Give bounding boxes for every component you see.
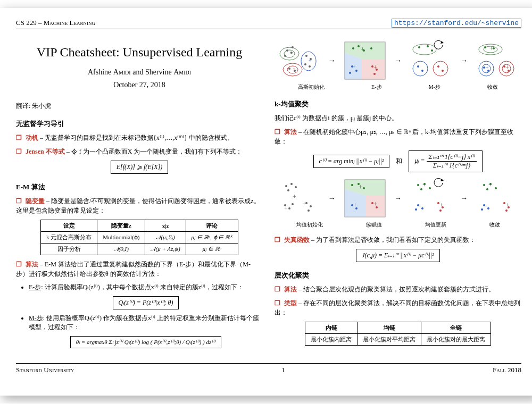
- jensen-formula: E[f(X)] ⩾ f(E[X]): [16, 161, 263, 174]
- svg-point-9: [305, 55, 307, 57]
- arrow-icon: →: [328, 194, 336, 203]
- svg-point-44: [442, 70, 444, 72]
- em-algo-keyword: 算法: [26, 261, 38, 268]
- kmeans-figure-captions: 均值初始化 簇赋值 均值更新 收敛: [275, 221, 521, 229]
- svg-point-38: [418, 46, 420, 48]
- fig-assign: + + +: [343, 178, 387, 219]
- svg-text:+: +: [289, 50, 293, 56]
- course-label: CS 229 – Machine Learning: [16, 19, 95, 28]
- kmeans-figure-row: + + + → +: [275, 178, 521, 219]
- svg-text:+: +: [505, 202, 509, 209]
- th-setting: 设定: [40, 220, 97, 232]
- svg-text:+: +: [418, 203, 422, 210]
- svg-text:+: +: [485, 64, 489, 71]
- svg-point-70: [307, 209, 310, 212]
- svg-point-7: [284, 55, 286, 57]
- footer-page: 1: [281, 366, 285, 374]
- distortion-entry: ❒ 失真函数 – 为了看到算法是否收敛，我们看看如下定义的失真函数：: [275, 235, 521, 245]
- th-comment: 评论: [186, 220, 238, 232]
- m-step-label: M-步: [29, 314, 43, 322]
- svg-text:+: +: [489, 45, 493, 52]
- svg-point-108: [481, 208, 483, 211]
- distortion-formula: J(c,μ) = Σᵢ₌₁ᵐ ||x⁽ⁱ⁾ − μc⁽ⁱ⁾||²: [275, 249, 521, 262]
- distortion-text: – 为了看到算法是否收敛，我们看看如下定义的失真函数：: [310, 236, 476, 244]
- e-step-text: : 计算后验概率Qᵢ(z⁽ⁱ⁾)，其中每个数据点x⁽ⁱ⁾ 来自特定的簇z⁽ⁱ⁾，…: [41, 283, 244, 291]
- section-em-heading: E-M 算法: [16, 182, 263, 192]
- fig-gauss-init: + + +: [277, 40, 321, 81]
- cap-converge: 收敛: [487, 83, 498, 91]
- svg-point-64: [287, 189, 289, 191]
- table-row: k 元混合高斯分布 Multinomial(ϕ) 𝒩(μⱼ,Σⱼ) μⱼ ∈ ℝ…: [40, 232, 238, 244]
- formula-box: J(c,μ) = Σᵢ₌₁ᵐ ||x⁽ⁱ⁾ − μc⁽ⁱ⁾||²: [356, 249, 439, 262]
- latent-table: 设定 隐变量z x|z 评论 k 元混合高斯分布 Multinomial(ϕ) …: [40, 220, 238, 255]
- two-column-body: VIP Cheatsheet: Unsupervised Learning Af…: [16, 35, 521, 353]
- fig-mean-update: + + +: [409, 178, 453, 219]
- em-algo-text: – E-M 算法给出了通过重复构建似然函数的下界（E-步）和最优化下界（M-步）…: [16, 261, 251, 278]
- svg-text:+: +: [309, 57, 312, 63]
- table-row: 因子分析 𝒩(0,I) 𝒩(μ + Λz,ψ) μⱼ ∈ ℝⁿ: [40, 244, 238, 255]
- source-url[interactable]: https://stanford.edu/~shervine: [392, 19, 521, 28]
- footer-bar: Stanford University 1 Fall 2018: [16, 363, 521, 374]
- cap-converge2: 收敛: [489, 221, 500, 229]
- left-column: VIP Cheatsheet: Unsupervised Learning Af…: [16, 35, 263, 353]
- page-title: VIP Cheatsheet: Unsupervised Learning: [16, 45, 263, 60]
- footer-left: Stanford University: [16, 366, 74, 374]
- e-step-formula: Qᵢ(z⁽ⁱ⁾) = P(z⁽ⁱ⁾|x⁽ⁱ⁾; θ): [113, 296, 179, 309]
- kmeans-algo-text: – 在随机初始化簇中心μ₁, μ₂, …, μₖ ∈ ℝⁿ 后，k-均值算法重复…: [275, 128, 513, 145]
- svg-point-42: [421, 70, 423, 72]
- bullet-icon: ❒: [16, 148, 22, 155]
- svg-point-94: [415, 208, 417, 211]
- hier-type-keyword: 类型: [284, 299, 297, 307]
- svg-text:+: +: [373, 200, 377, 208]
- bullet-icon: ❒: [16, 134, 22, 141]
- motive-keyword: 动机: [26, 134, 38, 141]
- th-inner: 内链: [305, 322, 358, 334]
- th-full: 全链: [421, 322, 491, 334]
- svg-point-39: [427, 45, 429, 47]
- svg-point-88: [417, 184, 419, 186]
- svg-point-5: [286, 49, 288, 52]
- svg-text:+: +: [505, 64, 509, 71]
- arrow-icon: →: [394, 194, 402, 203]
- svg-point-40: [431, 49, 433, 52]
- svg-text:+: +: [439, 202, 443, 209]
- em-figure-captions: 高斯初始化 E-步 M-步 收敛: [275, 83, 521, 91]
- svg-text:+: +: [373, 64, 377, 71]
- svg-text:+: +: [293, 193, 296, 200]
- svg-point-67: [292, 203, 294, 205]
- hier-algo-entry: ❒ 算法 – 结合聚合层次化观点的聚类算法，按照逐次构建嵌套簇的方式进行。: [275, 284, 521, 294]
- bullet-icon: ❒: [275, 128, 280, 136]
- svg-text:+: +: [359, 183, 362, 191]
- svg-point-36: [413, 61, 428, 76]
- svg-point-61: [285, 185, 287, 187]
- th-avg: 均链: [358, 322, 421, 334]
- svg-point-43: [437, 65, 439, 68]
- jensen-text: – 令 f 为一个凸函数而X 为一个随机变量，我们有下列不等式：: [65, 148, 243, 155]
- formula-box: E[f(X)] ⩾ f(E[X]): [111, 161, 169, 174]
- kmeans-algo-keyword: 算法: [284, 128, 297, 136]
- authors: Afshine Amidi and Shervine Amidi: [16, 68, 263, 77]
- svg-point-23: [358, 45, 360, 47]
- svg-text:+: +: [361, 46, 364, 53]
- hier-type-entry: ❒ 类型 – 存在不同的层次化聚类算法，解决不同的目标函数优化问题，在下表中总结…: [275, 298, 521, 317]
- svg-point-78: [351, 184, 353, 186]
- svg-text:+: +: [352, 63, 356, 70]
- kmeans-formulas: c⁽ⁱ⁾ = arg minⱼ ||x⁽ⁱ⁾ − μⱼ||² 和 μⱼ = Σᵢ…: [275, 150, 521, 172]
- svg-text:+: +: [293, 66, 296, 72]
- e-step-item: E-步: 计算后验概率Qᵢ(z⁽ⁱ⁾)，其中每个数据点x⁽ⁱ⁾ 来自特定的簇z⁽…: [29, 283, 263, 309]
- svg-text:+: +: [422, 181, 426, 189]
- svg-text:+: +: [353, 202, 357, 209]
- em-steps-list: E-步: 计算后验概率Qᵢ(z⁽ⁱ⁾)，其中每个数据点x⁽ⁱ⁾ 来自特定的簇z⁽…: [29, 283, 263, 348]
- hier-type-text: – 存在不同的层次化聚类算法，解决不同的目标函数优化问题，在下表中总结列出：: [275, 299, 520, 316]
- svg-point-13: [288, 68, 290, 70]
- cap-mean-init: 均值初始化: [296, 221, 323, 229]
- kmeans-intro: 我们记c⁽ⁱ⁾ 为数据点i 的簇，μⱼ 是簇j 的中心。: [275, 113, 521, 123]
- svg-point-62: [290, 183, 293, 185]
- kmeans-mu-formula: μⱼ = Σᵢ₌₁ᵐ 1{c⁽ⁱ⁾=j} x⁽ⁱ⁾ Σᵢ₌₁ᵐ 1{c⁽ⁱ⁾=j…: [409, 150, 483, 172]
- document-page: CS 229 – Machine Learning https://stanfo…: [0, 8, 532, 396]
- e-step-label: E-步: [29, 283, 41, 291]
- em-figure-row: + + + →: [275, 40, 521, 81]
- svg-text:+: +: [488, 181, 492, 189]
- kmeans-algo-entry: ❒ 算法 – 在随机初始化簇中心μ₁, μ₂, …, μₖ ∈ ℝⁿ 后，k-均…: [275, 127, 521, 146]
- right-column: + + + →: [275, 35, 521, 353]
